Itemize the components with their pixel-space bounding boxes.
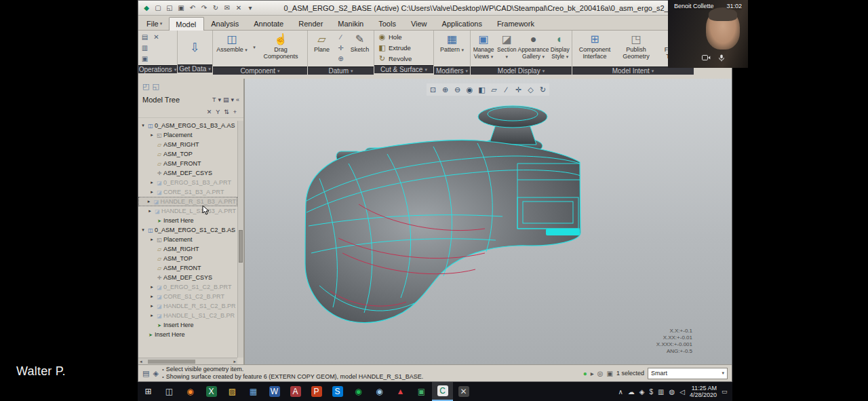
3d-model-controller[interactable] [245, 79, 732, 364]
tree-item[interactable]: ASM_FRONT [138, 159, 237, 168]
copy-icon[interactable]: ▤ [140, 32, 150, 42]
regenerate-icon[interactable]: ↻ [210, 3, 221, 14]
taskbar-app-x[interactable]: ✕ [453, 382, 474, 401]
taskbar-app-blue[interactable]: ▦ [243, 382, 264, 401]
tray-chevron-icon[interactable]: ∧ [618, 388, 623, 396]
scroll-thumb[interactable] [148, 360, 195, 364]
manage-views-button[interactable]: ▣ Manage Views ▾ [472, 32, 495, 65]
section-button[interactable]: ◪ Section ▾ [496, 32, 517, 65]
revolve-button[interactable]: ↻Revolve [376, 53, 414, 64]
titlebar[interactable]: ◆ ▢ ◱ ▣ ↶ ↷ ↻ ✉ ✕ ▾ [138, 1, 732, 16]
taskbar-skype[interactable]: S [327, 382, 348, 401]
action-center-icon[interactable]: ▭ [722, 388, 728, 395]
microphone-icon[interactable] [718, 54, 725, 62]
tree-item[interactable]: ▸ CORE_S1_B3_A.PRT [138, 187, 237, 197]
taskbar-app-green[interactable]: ▣ [411, 382, 432, 401]
tray-display-icon[interactable]: ▥ [658, 388, 664, 396]
datum-axis-icon[interactable]: ∕ [336, 32, 346, 42]
taskbar-clock[interactable]: 11:25 AM 4/28/2020 [690, 385, 717, 398]
tree-item[interactable]: ASM_DEF_CSYS [138, 168, 237, 178]
resume-icon[interactable]: ▸ [591, 370, 594, 377]
tree-horizontal-scrollbar[interactable]: ◂ ▸ [138, 358, 237, 364]
taskbar-creo[interactable]: C [432, 382, 453, 401]
tree-item[interactable]: ▸ HANDLE_R_S1_C2_B.PR [138, 301, 237, 311]
undo-icon[interactable]: ↶ [187, 3, 198, 14]
scroll-thumb[interactable] [239, 230, 243, 263]
tree-expander[interactable]: ▸ [149, 303, 155, 309]
filter-icon[interactable]: Y [216, 109, 220, 115]
plane-button[interactable]: ▱ Plane [309, 32, 334, 65]
tree-item[interactable]: ASM_RIGHT [138, 140, 237, 149]
datum-csys-icon[interactable]: ⊕ [336, 54, 346, 64]
group-dropdown-component[interactable]: Component▾ [213, 66, 307, 75]
assemble-button[interactable]: ◫ Assemble ▾ [214, 32, 250, 65]
navigator-model-tree-icon[interactable]: ◰ [142, 82, 149, 91]
tree-item[interactable]: ▾ 0_ASM_ERGO_S1_B3_A.AS [138, 121, 237, 130]
group-dropdown-datum[interactable]: Datum▾ [308, 66, 374, 75]
tab-analysis[interactable]: Analysis [204, 16, 247, 30]
start-button[interactable]: ⊞ [138, 382, 159, 401]
taskbar-word[interactable]: W [264, 382, 285, 401]
pattern-button[interactable]: ▦ Pattern ▾ [436, 32, 469, 65]
tray-network-icon[interactable]: ◍ [669, 388, 675, 396]
tree-expander[interactable]: ▸ [146, 208, 153, 214]
datum-point-icon[interactable]: ✛ [336, 43, 346, 53]
scroll-left-arrow-icon[interactable]: ◂ [140, 359, 142, 364]
tree-expander[interactable]: ▸ [149, 132, 155, 138]
tree-vertical-scrollbar[interactable] [237, 121, 243, 358]
tree-item[interactable]: Insert Here [138, 330, 237, 339]
tree-item[interactable]: ▸ HANDLE_L_S1_C2_B.PR [138, 311, 237, 320]
extrude-button[interactable]: ◧Extrude [376, 42, 413, 53]
tree-item[interactable]: Insert Here [138, 320, 237, 330]
paste-icon[interactable]: ▥ [140, 43, 150, 53]
expand-add-icon[interactable]: + [233, 109, 237, 115]
get-data-button[interactable]: ⇩ [185, 32, 205, 63]
tree-item[interactable]: ▸ CORE_S1_C2_B.PRT [138, 292, 237, 301]
chevron-down-icon[interactable]: ▾ [231, 96, 234, 103]
sketch-button[interactable]: ✎ Sketch [347, 32, 372, 65]
sort-icon[interactable]: ⇅ [224, 109, 229, 115]
select-status-icon[interactable]: ▣ [607, 370, 613, 377]
tree-expander[interactable]: ▸ [149, 313, 155, 318]
taskbar-app-red[interactable]: ▲ [390, 382, 411, 401]
customize-qat-icon[interactable]: ▾ [245, 3, 256, 14]
tree-filters-icon[interactable]: T [212, 96, 216, 103]
send-icon[interactable]: ✉ [222, 3, 233, 14]
taskbar-access[interactable]: A [285, 382, 306, 401]
tray-security-icon[interactable]: ◈ [639, 388, 645, 396]
tree-expander[interactable]: ▾ [140, 123, 146, 128]
new-file-icon[interactable]: ▢ [153, 3, 163, 14]
chevron-down-icon[interactable]: ▾ [218, 96, 221, 103]
taskbar-spotify[interactable]: ◉ [348, 382, 369, 401]
clipboard-icon[interactable]: ▣ [140, 54, 150, 64]
tree-expander[interactable]: ▸ [149, 237, 155, 242]
taskbar-excel[interactable]: X [201, 382, 222, 401]
tree-item[interactable]: ▸ 0_ERGO_S1_C2_B.PRT [138, 282, 237, 292]
taskbar-file-explorer[interactable]: ▨ [222, 382, 243, 401]
taskbar-firefox[interactable]: ◉ [180, 382, 201, 401]
tray-volume-icon[interactable]: ◁ [679, 388, 685, 396]
tree-expander[interactable]: ▾ [140, 227, 146, 233]
selection-filter-dropdown[interactable]: Smart ▾ [648, 368, 728, 379]
tab-model[interactable]: Model [169, 17, 204, 31]
tree-item[interactable]: ▸ Placement [138, 235, 237, 244]
drag-components-button[interactable]: ☝ Drag Components [259, 32, 302, 65]
tree-item[interactable]: ▸ 0_ERGO_S1_B3_A.PRT [138, 178, 237, 187]
delete-icon[interactable]: ✕ [151, 32, 161, 42]
tree-item[interactable]: ▸ HANDLE_L_S1_B3_A.PRT [138, 206, 237, 216]
tree-item[interactable]: ▸ HANDLE_R_S1_B3_A.PRT [138, 197, 237, 206]
scroll-right-arrow-icon[interactable]: ▸ [233, 359, 236, 364]
tree-item[interactable]: ASM_DEF_CSYS [138, 273, 237, 282]
tree-item[interactable]: ASM_TOP [138, 149, 237, 159]
appearance-gallery-button[interactable]: ● Appearance Gallery ▾ [519, 32, 549, 65]
open-file-icon[interactable]: ◱ [164, 3, 175, 14]
group-dropdown-modifiers[interactable]: Modifiers▾ [434, 66, 470, 75]
taskbar-powerpoint[interactable]: P [306, 382, 327, 401]
group-dropdown-operations[interactable]: Operations▾ [138, 65, 177, 73]
participant-video[interactable]: Benoit Collette 31:02 [668, 0, 748, 68]
tree-item[interactable]: ASM_TOP [138, 254, 237, 263]
tree-expander[interactable]: ▸ [149, 189, 155, 195]
task-view-button[interactable]: ◫ [159, 382, 180, 401]
tab-framework[interactable]: Framework [490, 16, 542, 30]
tree-item[interactable]: ▸ Placement [138, 130, 237, 140]
